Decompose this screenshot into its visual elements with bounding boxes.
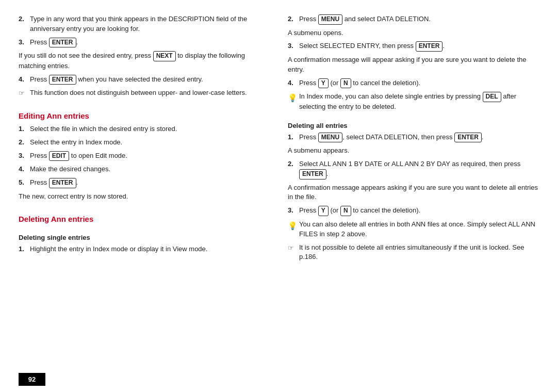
list-num: 2. bbox=[288, 14, 299, 24]
list-text: Press ENTER. bbox=[30, 178, 269, 188]
left-column: 2. Type in any word that you think appea… bbox=[19, 14, 269, 363]
tip-bulb-icon2: 💡 bbox=[288, 220, 299, 232]
section1-list: 1. Select the file in which the desired … bbox=[19, 124, 269, 192]
list-num: 1. bbox=[19, 124, 30, 134]
enter-key: ENTER bbox=[49, 38, 76, 48]
note-finger-icon2: ☞ bbox=[288, 243, 299, 253]
list-text: Type in any word that you think appears … bbox=[30, 14, 269, 34]
list-num: 1. bbox=[19, 244, 30, 254]
right-column: 2. Press MENU and select DATA DELETION. … bbox=[288, 14, 538, 363]
content-area: 2. Type in any word that you think appea… bbox=[0, 0, 557, 373]
list-text: Press EDIT to open Edit mode. bbox=[30, 151, 269, 161]
list-text: Press ENTER. bbox=[30, 38, 269, 48]
tip-bulb-icon: 💡 bbox=[288, 92, 299, 104]
list-item: 2. Select the entry in Index mode. bbox=[19, 138, 269, 148]
section1-note: The new, correct entry is now stored. bbox=[19, 192, 269, 202]
item2b-list: 2. Select ALL ANN 1 BY DATE or ALL ANN 2… bbox=[288, 159, 538, 183]
n-key: N bbox=[340, 78, 351, 89]
confirm-note: A confirmation message will appear askin… bbox=[288, 55, 538, 75]
list-text: Press ENTER when you have selected the d… bbox=[30, 75, 269, 85]
next-note: If you still do not see the desired entr… bbox=[19, 51, 269, 71]
tip1-row: 💡 In Index mode, you can also delete sin… bbox=[288, 92, 538, 111]
list-text: Highlight the entry in Index mode or dis… bbox=[30, 244, 269, 254]
next-key: NEXT bbox=[153, 51, 176, 61]
right-item3-list: 3. Select SELECTED ENTRY, then press ENT… bbox=[288, 41, 538, 55]
item4-list: 4. Press ENTER when you have selected th… bbox=[19, 75, 269, 89]
list-text: Select ALL ANN 1 BY DATE or ALL ANN 2 BY… bbox=[299, 159, 538, 179]
y-key: Y bbox=[318, 206, 329, 216]
subsection2-title: Deleting all entries bbox=[288, 122, 538, 129]
menu-key: MENU bbox=[318, 14, 342, 25]
distinguish-note-text: This function does not distinguish betwe… bbox=[30, 88, 269, 98]
list-text: Press Y (or N to cancel the deletion). bbox=[299, 206, 538, 216]
list-text: Press MENU and select DATA DELETION. bbox=[299, 14, 538, 25]
intro-list: 2. Type in any word that you think appea… bbox=[19, 14, 269, 51]
menu-key: MENU bbox=[318, 133, 342, 143]
list-item: 3. Press Y (or N to cancel the deletion)… bbox=[288, 206, 538, 216]
list-num: 3. bbox=[288, 206, 299, 216]
tip1-text: In Index mode, you can also delete singl… bbox=[299, 92, 538, 111]
enter-key: ENTER bbox=[454, 133, 482, 143]
enter-key: ENTER bbox=[416, 41, 443, 52]
list-num: 2. bbox=[288, 159, 299, 169]
list-item: 1. Highlight the entry in Index mode or … bbox=[19, 244, 269, 254]
distinguish-note-row: ☞ This function does not distinguish bet… bbox=[19, 88, 269, 99]
list-num: 2. bbox=[19, 138, 30, 148]
list-item: 5. Press ENTER. bbox=[19, 178, 269, 188]
submenu2-note: A submenu appears. bbox=[288, 146, 538, 156]
list-num: 4. bbox=[288, 78, 299, 88]
list-num: 2. bbox=[19, 14, 30, 24]
submenu-note: A submenu opens. bbox=[288, 28, 538, 38]
page-number: 92 bbox=[19, 373, 45, 386]
all-items-list: 1. Press MENU, select DATA DELETION, the… bbox=[288, 133, 538, 146]
list-num: 4. bbox=[19, 75, 30, 85]
list-item: 3. Select SELECTED ENTRY, then press ENT… bbox=[288, 41, 538, 52]
list-item: 4. Press Y (or N to cancel the deletion)… bbox=[288, 78, 538, 89]
item3b-list: 3. Press Y (or N to cancel the deletion)… bbox=[288, 206, 538, 220]
list-text: Make the desired changes. bbox=[30, 165, 269, 174]
list-num: 1. bbox=[288, 133, 299, 142]
note1-row: ☞ It is not possible to delete all entri… bbox=[288, 243, 538, 263]
del-key: DEL bbox=[483, 92, 501, 102]
subsection1-title: Deleting single entries bbox=[19, 234, 269, 241]
list-item: 4. Make the desired changes. bbox=[19, 165, 269, 174]
list-num: 5. bbox=[19, 178, 30, 188]
section1-title: Editing Ann entries bbox=[19, 111, 269, 120]
confirm2-note: A confirmation message appears asking if… bbox=[288, 183, 538, 203]
edit-key: EDIT bbox=[49, 151, 69, 161]
list-item: 3. Press ENTER. bbox=[19, 38, 269, 48]
list-text: Press MENU, select DATA DELETION, then p… bbox=[299, 133, 538, 143]
list-num: 3. bbox=[288, 41, 299, 51]
list-num: 3. bbox=[19, 38, 30, 47]
note-finger-icon: ☞ bbox=[19, 88, 30, 99]
section2-title: Deleting Ann entries bbox=[19, 215, 269, 223]
list-text: Press Y (or N to cancel the deletion). bbox=[299, 78, 538, 89]
list-item: 2. Select ALL ANN 1 BY DATE or ALL ANN 2… bbox=[288, 159, 538, 179]
list-item: 2. Type in any word that you think appea… bbox=[19, 14, 269, 34]
list-text: Select SELECTED ENTRY, then press ENTER. bbox=[299, 41, 538, 52]
tip2-text: You can also delete all entries in both … bbox=[299, 220, 538, 239]
page: 2. Type in any word that you think appea… bbox=[0, 0, 557, 392]
enter-key: ENTER bbox=[49, 75, 76, 85]
list-item: 1. Select the file in which the desired … bbox=[19, 124, 269, 134]
list-item: 2. Press MENU and select DATA DELETION. bbox=[288, 14, 538, 25]
enter-key: ENTER bbox=[299, 169, 326, 179]
y-key: Y bbox=[318, 78, 329, 89]
list-item: 3. Press EDIT to open Edit mode. bbox=[19, 151, 269, 161]
section2-list: 1. Highlight the entry in Index mode or … bbox=[19, 244, 269, 258]
list-num: 4. bbox=[19, 165, 30, 174]
tip2-row: 💡 You can also delete all entries in bot… bbox=[288, 220, 538, 239]
list-text: Select the file in which the desired ent… bbox=[30, 124, 269, 134]
list-num: 3. bbox=[19, 151, 30, 161]
list-item: 4. Press ENTER when you have selected th… bbox=[19, 75, 269, 85]
note1-text: It is not possible to delete all entries… bbox=[299, 243, 538, 263]
n-key: N bbox=[340, 206, 351, 216]
right-item4-list: 4. Press Y (or N to cancel the deletion)… bbox=[288, 78, 538, 92]
list-item: 1. Press MENU, select DATA DELETION, the… bbox=[288, 133, 538, 143]
list-text: Select the entry in Index mode. bbox=[30, 138, 269, 148]
enter-key: ENTER bbox=[49, 178, 76, 188]
right-item2-list: 2. Press MENU and select DATA DELETION. bbox=[288, 14, 538, 28]
